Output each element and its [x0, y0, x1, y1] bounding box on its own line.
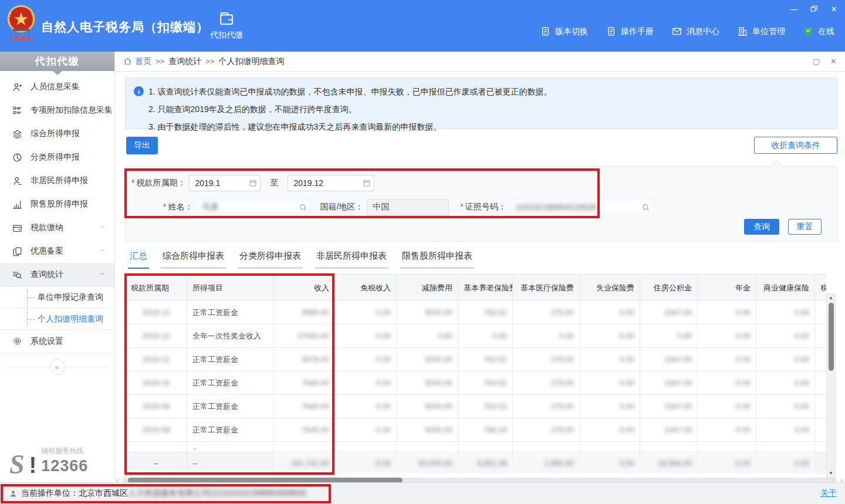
table-row[interactable]: 2019-09正常工资薪金7645.000.005000.00763.52279… — [126, 395, 827, 418]
table-cell — [397, 442, 458, 452]
reset-button[interactable]: 重置 — [788, 219, 822, 235]
sidebar-item-7[interactable]: 税款缴纳 — [0, 216, 114, 239]
table-cell: 2019-12 — [126, 301, 187, 324]
sidebar: 代扣代缴 人员信息采集专项附加扣除信息采集综合所得申报分类所得申报非居民所得申报… — [0, 52, 115, 482]
close-button[interactable]: ✕ — [829, 4, 839, 14]
tab-2[interactable]: 综合所得申报表 — [161, 251, 226, 269]
export-button[interactable]: 导出 — [126, 137, 158, 154]
sidebar-subitem-1[interactable]: 单位申报记录查询 — [0, 287, 114, 308]
tab-1[interactable]: 汇总 — [128, 251, 149, 269]
sidebar-item-settings[interactable]: 系统设置 — [0, 330, 114, 353]
table-cell: 161,741.00 — [274, 452, 335, 475]
header-menu-item-label: 版本切换 — [555, 26, 588, 37]
table-cell: 0.00 — [580, 395, 640, 418]
current-unit-label: 当前操作单位： — [21, 488, 79, 499]
column-header: 年金 — [698, 275, 756, 301]
sidebar-item-4[interactable]: 分类所得申报 — [0, 146, 114, 169]
document-icon — [606, 26, 617, 37]
sidebar-item-5[interactable]: 非居民所得申报 — [0, 169, 114, 192]
table-cell: 0.00 — [580, 301, 640, 324]
table-cell: 8,991.36 — [458, 452, 513, 475]
table-cell: 798.24 — [458, 418, 513, 442]
table-cell: 27500.00 — [274, 324, 335, 348]
about-link[interactable]: 关于 — [820, 488, 837, 499]
search-icon[interactable] — [641, 203, 650, 212]
minimize-button[interactable]: — — [789, 4, 799, 14]
sidebar-item-2[interactable]: 专项附加扣除信息采集 — [0, 99, 114, 122]
header-menu-item-5[interactable]: 在线 — [803, 26, 834, 37]
sidebar-item-label: 税款缴纳 — [31, 222, 63, 233]
id-number-input[interactable] — [509, 199, 654, 215]
table-cell: -- — [187, 452, 274, 475]
sidebar-item-9[interactable]: 查询统计 — [0, 263, 114, 286]
panel-close-icon[interactable]: ✕ — [830, 57, 837, 66]
header-menu-item-3[interactable]: 消息中心 — [671, 26, 719, 37]
tab-3[interactable]: 分类所得申报表 — [238, 251, 303, 269]
table-row[interactable]: 2019-11正常工资薪金9378.000.005000.00763.52279… — [126, 348, 827, 371]
breadcrumb-home[interactable]: 首页 — [123, 56, 151, 67]
tab-5[interactable]: 限售股所得申报表 — [400, 251, 474, 269]
table-cell: 763.52 — [458, 371, 513, 395]
table-row[interactable]: 2019-12正常工资薪金9985.000.005000.00763.52279… — [126, 301, 827, 324]
table-cell: 279.00 — [513, 395, 580, 418]
breadcrumb-trail: >>查询统计>>个人扣缴明细查询 — [151, 56, 284, 67]
sidebar-collapse-button[interactable]: « — [49, 359, 65, 375]
search-icon[interactable] — [299, 203, 307, 212]
column-header: 免税收入 — [335, 275, 397, 301]
breadcrumb-item[interactable]: 查询统计 — [168, 56, 201, 67]
table-row[interactable]: 2019-10正常工资薪金7645.000.005000.00763.52279… — [126, 371, 827, 395]
table-cell: 0.00 — [698, 301, 756, 324]
pie-chart-icon — [12, 152, 23, 163]
user-icon — [8, 489, 18, 498]
table-cell: 0.00 — [335, 348, 397, 371]
table-cell: 18,564.00 — [640, 452, 698, 475]
table-cell: 7645.00 — [274, 395, 335, 418]
id-label: 证照号码： — [460, 202, 506, 212]
header-menu-item-2[interactable]: 操作手册 — [606, 26, 654, 37]
hotline-logo: S! 纳税服务热线 12366 — [9, 446, 88, 476]
vertical-scrollbar-thumb[interactable] — [829, 303, 834, 371]
table-cell: 7645.00 — [274, 418, 335, 442]
scroll-up-icon[interactable]: ▲ — [829, 294, 833, 302]
table-cell: 0.00 — [580, 324, 640, 348]
table-cell — [815, 442, 827, 452]
tab-withholding[interactable]: 代扣代缴 — [204, 11, 249, 40]
table-cell: 0.00 — [397, 324, 458, 348]
table-cell: 2347.00 — [640, 418, 698, 442]
vertical-scrollbar[interactable]: ▲ ▼ — [826, 293, 836, 478]
breadcrumb-home-label: 首页 — [135, 56, 151, 67]
person-icon — [12, 175, 23, 187]
table-cell — [815, 418, 827, 442]
table-cell — [815, 324, 827, 348]
table-cell: 0.00 — [335, 395, 397, 418]
hotline-label: 纳税服务热线 — [41, 446, 88, 456]
table-row[interactable]: 2019-12全年一次性奖金收入27500.000.000.000.000.00… — [126, 324, 827, 348]
restore-button[interactable] — [809, 4, 819, 14]
sidebar-settings-label: 系统设置 — [31, 336, 63, 347]
header-menu-item-label: 在线 — [818, 26, 834, 37]
panel-maximize-icon[interactable]: ▢ — [813, 57, 820, 66]
table-cell: -- — [126, 452, 187, 475]
sidebar-subitem-2[interactable]: 个人扣缴明细查询 — [0, 308, 114, 329]
table-cell: 0.00 — [335, 452, 397, 475]
header-menu-item-4[interactable]: 单位管理 — [737, 26, 785, 37]
table-row[interactable]: ----161,741.000.0060,000.008,991.362,960… — [126, 452, 827, 475]
name-input[interactable] — [196, 199, 311, 215]
header-menu-item-1[interactable]: 版本切换 — [540, 26, 588, 37]
collapse-query-button[interactable]: 收折查询条件 — [754, 137, 837, 154]
notice-line-3: 3. 由于数据处理的滞后性，建议您在申报成功3天之后再来查询最新的申报数据。 — [148, 118, 552, 136]
period-to-input[interactable] — [288, 175, 374, 191]
table-cell — [580, 442, 640, 452]
table-cell: 0.00 — [335, 418, 397, 442]
sidebar-item-6[interactable]: 限售股所得申报 — [0, 192, 114, 216]
table-row[interactable]: .. — [126, 442, 827, 452]
sidebar-menu: 人员信息采集专项附加扣除信息采集综合所得申报分类所得申报非居民所得申报限售股所得… — [0, 75, 114, 286]
table-row[interactable]: 2019-08正常工资薪金7645.000.005000.00798.24279… — [126, 418, 827, 442]
breadcrumb-item[interactable]: 个人扣缴明细查询 — [218, 56, 284, 67]
tab-4[interactable]: 非居民所得申报表 — [315, 251, 388, 269]
column-header: 住房公积金 — [640, 275, 698, 301]
query-button[interactable]: 查询 — [744, 219, 779, 235]
sidebar-item-8[interactable]: 优惠备案 — [0, 239, 114, 263]
sidebar-item-1[interactable]: 人员信息采集 — [0, 75, 114, 99]
sidebar-item-3[interactable]: 综合所得申报 — [0, 122, 114, 146]
